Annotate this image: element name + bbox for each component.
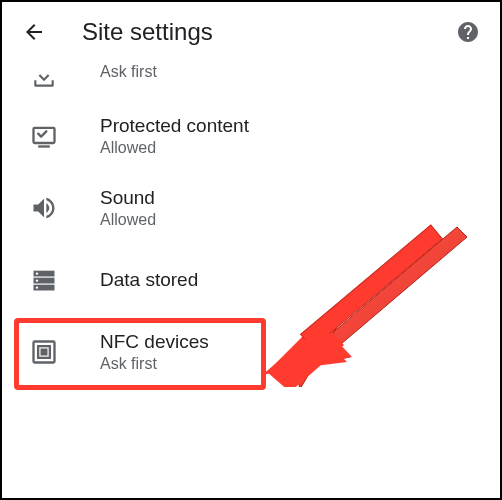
help-button[interactable] — [448, 12, 488, 52]
item-title: NFC devices — [100, 331, 209, 353]
download-icon — [30, 64, 58, 92]
item-subtitle: Allowed — [100, 139, 249, 157]
storage-icon — [30, 266, 58, 294]
settings-list: Ask first Protected content Allowed Soun… — [2, 62, 500, 388]
item-subtitle: Ask first — [100, 355, 209, 373]
svg-point-4 — [36, 272, 38, 274]
svg-point-6 — [36, 286, 38, 288]
item-text: Protected content Allowed — [100, 115, 249, 157]
back-button[interactable] — [14, 12, 54, 52]
sound-icon — [30, 194, 58, 222]
svg-point-5 — [36, 279, 38, 281]
item-title: Data stored — [100, 269, 198, 291]
item-text: Ask first — [100, 61, 157, 81]
svg-rect-0 — [34, 128, 55, 143]
setting-item-data-stored[interactable]: Data stored — [2, 244, 500, 316]
item-title: Sound — [100, 187, 156, 209]
item-subtitle: Allowed — [100, 211, 156, 229]
help-icon — [456, 20, 480, 44]
setting-item-sound[interactable]: Sound Allowed — [2, 172, 500, 244]
page-title: Site settings — [82, 18, 448, 46]
setting-item-nfc-devices[interactable]: NFC devices Ask first — [2, 316, 500, 388]
item-text: Sound Allowed — [100, 187, 156, 229]
item-text: Data stored — [100, 269, 198, 291]
app-header: Site settings — [2, 2, 500, 62]
item-subtitle: Ask first — [100, 63, 157, 81]
item-text: NFC devices Ask first — [100, 331, 209, 373]
setting-item-downloads[interactable]: Ask first — [2, 58, 500, 100]
item-title: Protected content — [100, 115, 249, 137]
nfc-icon — [30, 338, 58, 366]
setting-item-protected-content[interactable]: Protected content Allowed — [2, 100, 500, 172]
protected-icon — [30, 122, 58, 150]
svg-rect-9 — [42, 350, 47, 355]
arrow-back-icon — [22, 20, 46, 44]
